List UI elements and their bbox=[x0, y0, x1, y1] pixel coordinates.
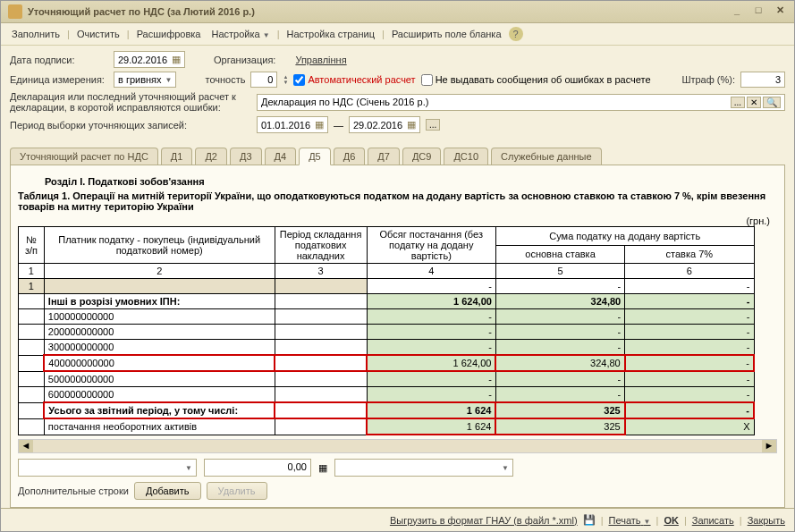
decl-select-button[interactable]: ... bbox=[731, 97, 745, 108]
cell[interactable]: 500000000000 bbox=[44, 371, 275, 387]
cell[interactable]: 100000000000 bbox=[44, 309, 275, 325]
cell[interactable] bbox=[19, 387, 45, 403]
fill-action[interactable]: Заполнить bbox=[8, 27, 63, 41]
cell[interactable] bbox=[19, 325, 45, 340]
cell[interactable]: - bbox=[495, 387, 624, 403]
cell[interactable] bbox=[275, 371, 367, 387]
cell[interactable] bbox=[19, 418, 45, 435]
cell[interactable]: - bbox=[367, 309, 495, 325]
tab-main[interactable]: Уточняющий расчет по НДС bbox=[10, 148, 158, 165]
tab-service[interactable]: Служебные данные bbox=[491, 148, 602, 165]
cell[interactable] bbox=[19, 402, 45, 418]
cell[interactable]: - bbox=[625, 340, 754, 356]
calendar-icon[interactable]: ▦ bbox=[315, 119, 324, 131]
close-link[interactable]: Закрыть bbox=[748, 515, 785, 526]
table-row[interactable]: Усього за звітний період, у тому числі:1… bbox=[19, 402, 755, 418]
cell[interactable]: 325 bbox=[495, 402, 624, 418]
minimize-button[interactable]: _ bbox=[730, 4, 744, 19]
cell[interactable]: - bbox=[367, 387, 495, 403]
cell[interactable]: 200000000000 bbox=[44, 325, 275, 340]
close-button[interactable]: ✕ bbox=[773, 4, 787, 19]
cell[interactable]: - bbox=[367, 371, 495, 387]
cell[interactable]: Усього за звітний період, у тому числі: bbox=[44, 402, 275, 418]
save-button[interactable]: Записать bbox=[692, 515, 734, 526]
cell[interactable] bbox=[19, 294, 45, 309]
tab-d5[interactable]: Д5 bbox=[299, 148, 331, 165]
table-row[interactable]: 600000000000--- bbox=[19, 387, 755, 403]
cell[interactable]: Інші в розрізі умовних ІПН: bbox=[44, 294, 275, 309]
cell[interactable] bbox=[275, 418, 367, 435]
table-row[interactable]: 300000000000--- bbox=[19, 340, 755, 356]
period-to-input[interactable]: 29.02.2016▦ bbox=[349, 116, 420, 133]
cell[interactable]: 1 624,00 bbox=[367, 294, 495, 309]
cell[interactable]: 325 bbox=[495, 418, 624, 435]
cell[interactable] bbox=[275, 355, 367, 371]
cell[interactable]: - bbox=[625, 371, 754, 387]
tab-d1[interactable]: Д1 bbox=[161, 148, 193, 165]
tab-d2[interactable]: Д2 bbox=[195, 148, 227, 165]
clear-action[interactable]: Очистить bbox=[73, 27, 123, 41]
tab-ds10[interactable]: ДС10 bbox=[444, 148, 488, 165]
cell[interactable] bbox=[275, 340, 367, 356]
cell[interactable]: 1 bbox=[19, 279, 45, 294]
sign-date-input[interactable]: 29.02.2016▦ bbox=[114, 51, 185, 68]
maximize-button[interactable]: □ bbox=[751, 4, 765, 19]
cell[interactable] bbox=[19, 309, 45, 325]
precision-input[interactable]: 0 bbox=[250, 72, 277, 88]
cell[interactable]: - bbox=[495, 371, 624, 387]
org-link[interactable]: Управління bbox=[295, 55, 346, 65]
precision-stepper[interactable]: ▲▼ bbox=[283, 74, 288, 85]
cell[interactable] bbox=[275, 294, 367, 309]
cell[interactable] bbox=[275, 279, 367, 294]
table-row[interactable]: Інші в розрізі умовних ІПН:1 624,00324,8… bbox=[19, 294, 755, 309]
scroll-right-icon[interactable]: ► bbox=[762, 440, 776, 452]
auto-calc-checkbox[interactable]: Автоматический расчет bbox=[293, 74, 415, 86]
cell[interactable]: - bbox=[625, 294, 754, 309]
period-from-input[interactable]: 01.01.2016▦ bbox=[257, 116, 328, 133]
cell[interactable] bbox=[275, 325, 367, 340]
tab-d6[interactable]: Д6 bbox=[334, 148, 366, 165]
cell[interactable]: - bbox=[495, 279, 624, 294]
calendar-icon[interactable]: ▦ bbox=[407, 119, 416, 131]
decode-action[interactable]: Расшифровка bbox=[133, 27, 205, 41]
bottom-num[interactable]: 0,00 bbox=[204, 459, 311, 477]
tab-d7[interactable]: Д7 bbox=[368, 148, 400, 165]
cell[interactable] bbox=[19, 340, 45, 356]
decl-clear-button[interactable]: ✕ bbox=[747, 97, 761, 108]
bottom-select-1[interactable]: ▼ bbox=[18, 459, 197, 477]
table-row[interactable]: 100000000000--- bbox=[19, 309, 755, 325]
cell[interactable]: 300000000000 bbox=[44, 340, 275, 356]
decl-input[interactable]: Декларация по НДС (Січень 2016 р.) ... ✕… bbox=[257, 94, 785, 111]
cell[interactable]: 600000000000 bbox=[44, 387, 275, 403]
table-row[interactable]: 500000000000--- bbox=[19, 371, 755, 387]
cell[interactable]: - bbox=[495, 309, 624, 325]
tab-ds9[interactable]: ДС9 bbox=[402, 148, 442, 165]
setup-action[interactable]: Настройка ▼ bbox=[208, 27, 274, 41]
cell[interactable]: - bbox=[367, 279, 495, 294]
calendar-icon[interactable]: ▦ bbox=[172, 54, 181, 65]
cell[interactable] bbox=[44, 279, 275, 294]
calc-icon[interactable]: ▦ bbox=[318, 462, 327, 474]
cell[interactable]: - bbox=[495, 325, 624, 340]
tab-d3[interactable]: Д3 bbox=[230, 148, 262, 165]
cell[interactable]: - bbox=[625, 309, 754, 325]
print-link[interactable]: Печать ▼ bbox=[609, 515, 651, 526]
cell[interactable]: - bbox=[625, 325, 754, 340]
cell[interactable] bbox=[275, 309, 367, 325]
add-button[interactable]: Добавить bbox=[134, 482, 201, 500]
table-row[interactable]: 1--- bbox=[19, 279, 755, 294]
cell[interactable]: 400000000000 bbox=[44, 355, 275, 371]
period-select-button[interactable]: ... bbox=[426, 119, 440, 131]
cell[interactable]: - bbox=[625, 402, 754, 418]
cell[interactable]: Х bbox=[625, 418, 754, 435]
cell[interactable]: - bbox=[625, 279, 754, 294]
cell[interactable] bbox=[19, 355, 45, 371]
scroll-left-icon[interactable]: ◄ bbox=[19, 440, 33, 452]
tab-d4[interactable]: Д4 bbox=[265, 148, 297, 165]
cell[interactable]: - bbox=[367, 340, 495, 356]
cell[interactable]: 324,80 bbox=[495, 294, 624, 309]
cell[interactable]: - bbox=[625, 355, 754, 371]
cell[interactable]: - bbox=[625, 387, 754, 403]
table-row[interactable]: 200000000000--- bbox=[19, 325, 755, 340]
cell[interactable]: постачання необоротних активів bbox=[44, 418, 275, 435]
